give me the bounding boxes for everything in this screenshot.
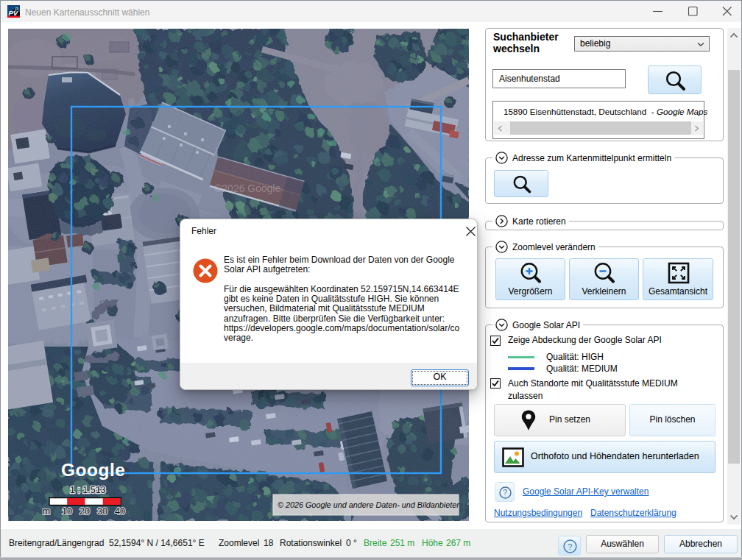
svg-text:©2026 Google: ©2026 Google xyxy=(214,182,281,194)
svg-text:p: p xyxy=(15,6,18,12)
svg-text:Google: Google xyxy=(61,460,125,480)
svg-text:© 2026 Google und andere Daten: © 2026 Google und andere Daten- und Bild… xyxy=(278,500,459,509)
svg-text:10: 10 xyxy=(62,506,72,517)
svg-text:20: 20 xyxy=(80,506,90,517)
svg-text:?: ? xyxy=(503,488,507,497)
svg-text:30: 30 xyxy=(97,506,107,517)
svg-text:?: ? xyxy=(568,542,572,551)
svg-text:m: m xyxy=(43,506,50,517)
svg-text:1 : 1.513: 1 : 1.513 xyxy=(70,485,106,495)
svg-text:40: 40 xyxy=(115,506,125,517)
